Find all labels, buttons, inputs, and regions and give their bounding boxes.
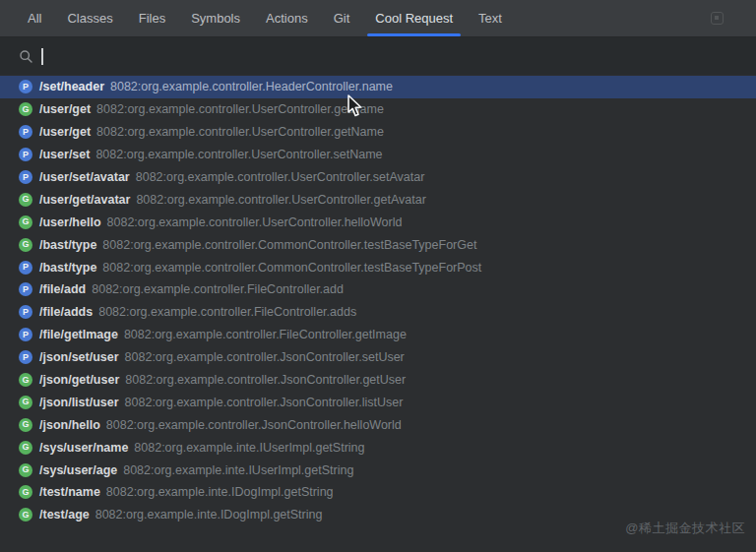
result-row[interactable]: P /user/get 8082:org.example.controller.…	[0, 121, 756, 144]
search-bar	[0, 37, 756, 75]
endpoint-detail: 8082:org.example.controller.UserControll…	[96, 125, 384, 139]
http-method-icon: P	[19, 350, 32, 364]
http-method-icon: P	[19, 170, 32, 184]
endpoint-detail: 8082:org.example.controller.JsonControll…	[125, 396, 404, 409]
endpoint-path: /bast/type	[39, 238, 96, 252]
endpoint-path: /json/hello	[39, 418, 100, 432]
http-method-icon: G	[19, 463, 32, 477]
http-method-icon: G	[19, 418, 32, 432]
endpoint-detail: 8082:org.example.inte.IUserImpl.getStrin…	[134, 441, 364, 455]
tab-actions[interactable]: Actions	[253, 0, 321, 36]
http-method-icon: P	[19, 261, 32, 275]
tab-files[interactable]: Files	[126, 0, 178, 36]
endpoint-detail: 8082:org.example.controller.FileControll…	[92, 282, 344, 296]
http-method-icon: P	[19, 305, 32, 319]
result-row[interactable]: P /bast/type 8082:org.example.controller…	[0, 256, 756, 278]
search-everywhere-dialog: AllClassesFilesSymbolsActionsGitCool Req…	[0, 0, 756, 552]
endpoint-path: /bast/type	[39, 261, 96, 275]
watermark: @稀土掘金技术社区	[625, 520, 745, 537]
endpoint-path: /user/get/avatar	[39, 193, 130, 207]
endpoint-detail: 8082:org.example.controller.CommonContro…	[102, 238, 476, 252]
open-in-window-icon[interactable]	[711, 12, 724, 25]
endpoint-detail: 8082:org.example.inte.IUserImpl.getStrin…	[123, 463, 353, 477]
tab-classes[interactable]: Classes	[54, 0, 125, 36]
endpoint-path: /json/get/user	[39, 373, 119, 387]
http-method-icon: P	[19, 148, 32, 161]
endpoint-path: /file/getImage	[39, 328, 118, 341]
result-row[interactable]: P /user/set 8082:org.example.controller.…	[0, 144, 756, 166]
http-method-icon: G	[19, 373, 32, 387]
result-row[interactable]: G /json/hello 8082:org.example.controlle…	[0, 413, 756, 436]
result-row[interactable]: G /user/get 8082:org.example.controller.…	[0, 98, 756, 121]
http-method-icon: P	[19, 328, 32, 341]
endpoint-detail: 8082:org.example.controller.FileControll…	[98, 305, 356, 319]
endpoint-detail: 8082:org.example.controller.UserControll…	[96, 102, 384, 116]
endpoint-detail: 8082:org.example.controller.UserControll…	[107, 215, 403, 229]
http-method-icon: G	[19, 396, 32, 409]
endpoint-detail: 8082:org.example.controller.UserControll…	[136, 170, 425, 184]
endpoint-detail: 8082:org.example.controller.JsonControll…	[106, 418, 402, 432]
result-row[interactable]: P /file/add 8082:org.example.controller.…	[0, 278, 756, 301]
endpoint-path: /user/get	[39, 102, 91, 116]
result-row[interactable]: P /json/set/user 8082:org.example.contro…	[0, 346, 756, 369]
endpoint-path: /file/add	[39, 282, 86, 296]
endpoint-detail: 8082:org.example.controller.JsonControll…	[125, 373, 406, 387]
result-row[interactable]: P /set/header 8082:org.example.controlle…	[0, 76, 756, 98]
endpoint-path: /set/header	[39, 80, 104, 93]
tab-bar: AllClassesFilesSymbolsActionsGitCool Req…	[0, 0, 756, 37]
endpoint-detail: 8082:org.example.controller.UserControll…	[95, 148, 382, 161]
endpoint-path: /sys/user/age	[39, 463, 117, 477]
result-row[interactable]: G /json/list/user 8082:org.example.contr…	[0, 391, 756, 413]
http-method-icon: P	[19, 125, 32, 139]
result-row[interactable]: P /file/getImage 8082:org.example.contro…	[0, 324, 756, 346]
endpoint-detail: 8082:org.example.inte.IDogImpl.getString	[106, 485, 334, 499]
tab-cool-request[interactable]: Cool Request	[362, 0, 466, 36]
endpoint-detail: 8082:org.example.controller.CommonContro…	[102, 261, 481, 275]
endpoint-path: /user/set	[39, 148, 90, 161]
http-method-icon: G	[19, 193, 32, 207]
tab-git[interactable]: Git	[321, 0, 363, 36]
search-icon	[20, 50, 32, 63]
endpoint-detail: 8082:org.example.controller.FileControll…	[124, 328, 407, 341]
tab-text[interactable]: Text	[466, 0, 515, 36]
result-row[interactable]: G /user/get/avatar 8082:org.example.cont…	[0, 188, 756, 211]
text-caret	[41, 48, 43, 65]
endpoint-detail: 8082:org.example.controller.UserControll…	[136, 193, 425, 207]
http-method-icon: G	[19, 441, 32, 455]
endpoint-detail: 8082:org.example.controller.JsonControll…	[125, 350, 405, 364]
http-method-icon: G	[19, 485, 32, 499]
result-row[interactable]: P /user/set/avatar 8082:org.example.cont…	[0, 166, 756, 189]
http-method-icon: G	[19, 508, 32, 521]
endpoint-path: /file/adds	[39, 305, 93, 319]
http-method-icon: P	[19, 282, 32, 296]
http-method-icon: G	[19, 102, 32, 116]
result-row[interactable]: G /json/get/user 8082:org.example.contro…	[0, 369, 756, 392]
endpoint-path: /user/set/avatar	[39, 170, 130, 184]
endpoint-path: /test/age	[39, 508, 90, 521]
endpoint-path: /json/set/user	[39, 350, 119, 364]
endpoint-detail: 8082:org.example.inte.IDogImpl.getString	[95, 508, 323, 521]
result-row[interactable]: G /test/name 8082:org.example.inte.IDogI…	[0, 481, 756, 504]
result-row[interactable]: G /bast/type 8082:org.example.controller…	[0, 233, 756, 256]
http-method-icon: P	[19, 80, 32, 93]
tab-all[interactable]: All	[15, 0, 54, 36]
endpoint-path: /user/hello	[39, 215, 101, 229]
endpoint-path: /sys/user/name	[39, 441, 128, 455]
tabbar-spacer	[515, 0, 711, 36]
http-method-icon: G	[19, 215, 32, 229]
results-list: P /set/header 8082:org.example.controlle…	[0, 75, 756, 526]
endpoint-path: /user/get	[39, 125, 91, 139]
endpoint-detail: 8082:org.example.controller.HeaderContro…	[110, 80, 393, 93]
endpoint-path: /json/list/user	[39, 396, 119, 409]
endpoint-path: /test/name	[39, 485, 100, 499]
result-row[interactable]: G /user/hello 8082:org.example.controlle…	[0, 211, 756, 233]
http-method-icon: G	[19, 238, 32, 252]
tab-symbols[interactable]: Symbols	[178, 0, 253, 36]
result-row[interactable]: G /sys/user/name 8082:org.example.inte.I…	[0, 436, 756, 459]
result-row[interactable]: P /file/adds 8082:org.example.controller…	[0, 301, 756, 324]
result-row[interactable]: G /sys/user/age 8082:org.example.inte.IU…	[0, 459, 756, 481]
